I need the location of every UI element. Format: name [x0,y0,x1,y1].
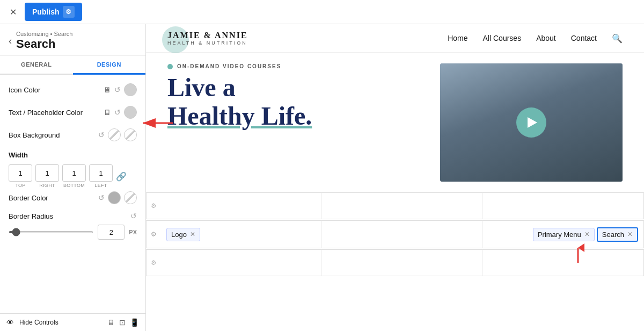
nav-search-icon[interactable]: 🔍 [612,33,623,44]
builder-row3-cell3 [483,250,643,276]
logo-tag[interactable]: Logo ✕ [166,228,200,241]
top-bar: ✕ Publish ⚙ [0,0,644,24]
icon-color-label: Icon Color [9,86,99,94]
hero-image [440,63,623,182]
nav-link-contact[interactable]: Contact [571,34,597,42]
close-button[interactable]: ✕ [5,4,20,19]
publish-gear-icon[interactable]: ⚙ [63,6,75,18]
back-arrow-icon[interactable]: ‹ [9,35,12,47]
on-demand-label: ON-DEMAND VIDEO COURSES [167,63,429,69]
border-color-swatch-2[interactable] [124,191,137,204]
icon-color-swatch[interactable] [124,83,137,96]
builder-row3-cell2 [322,250,483,276]
hero-text: ON-DEMAND VIDEO COURSES Live a Healthy L… [167,63,429,131]
mobile-icon[interactable]: 📱 [130,318,139,327]
header-builder-row: ⚙ Logo ✕ Primary Menu ✕ [146,220,644,248]
builder-section: ⚙ ⚙ Logo ✕ [146,192,644,331]
text-color-swatch[interactable] [124,106,137,119]
border-color-label: Border Color [9,194,94,202]
width-top-input[interactable] [9,164,32,182]
builder-row3-cells [161,250,643,276]
text-placeholder-color-row: Text / Placeholder Color 🖥 ↺ [9,106,137,119]
text-color-controls: 🖥 ↺ [104,106,137,119]
reset-icon-2[interactable]: ↺ [114,108,121,117]
desktop-icon[interactable]: 🖥 [107,318,115,327]
box-bg-controls: ↺ [98,128,137,141]
reset-icon-4[interactable]: ↺ [98,193,105,202]
border-radius-label: Border Radius [9,212,126,220]
builder-row3-cell1 [161,250,322,276]
tabs: GENERAL DESIGN [0,56,145,75]
screen-icon: 🖥 [104,85,111,94]
header-gear-icon[interactable]: ⚙ [147,231,161,238]
eye-icon[interactable]: 👁 [6,318,14,327]
border-radius-input[interactable] [98,225,125,240]
builder-row3-gear-icon[interactable]: ⚙ [147,259,161,267]
header-cell-nav: Primary Menu ✕ Search ✕ [483,221,643,248]
search-tag[interactable]: Search ✕ [597,227,638,242]
tablet-icon[interactable]: ⊡ [119,318,126,327]
width-left-input[interactable] [89,164,113,182]
search-tag-label: Search [602,231,624,239]
width-bottom-input[interactable] [62,164,86,182]
nav-links: Home All Courses About Contact 🔍 [448,33,623,44]
link-icon[interactable]: 🔗 [116,171,127,182]
builder-row1-cell1 [161,193,322,219]
border-radius-reset-icon[interactable]: ↺ [130,212,137,220]
publish-button[interactable]: Publish ⚙ [25,3,82,21]
site-logo-sub: HEALTH & NUTRITION [167,40,248,46]
builder-row-3: ⚙ [146,249,644,276]
primary-menu-tag[interactable]: Primary Menu ✕ [533,228,595,241]
left-panel-bottom: 👁 Hide Controls 🖥 ⊡ 📱 [0,313,145,331]
logo-tag-label: Logo [171,231,187,239]
website-preview: JAMIE & ANNIE HEALTH & NUTRITION Home Al… [146,24,644,331]
tab-design[interactable]: DESIGN [73,56,146,75]
nav-link-home[interactable]: Home [448,34,467,42]
tab-general[interactable]: GENERAL [0,56,73,75]
primary-menu-label: Primary Menu [538,231,581,239]
border-color-swatch-1[interactable] [108,191,121,204]
publish-label: Publish [32,8,60,16]
primary-menu-close-icon[interactable]: ✕ [584,231,590,238]
width-right-group: RIGHT [35,164,59,188]
settings-area: Icon Color 🖥 ↺ Text / Placeholder Color … [0,75,145,313]
site-logo-area: JAMIE & ANNIE HEALTH & NUTRITION [167,31,248,46]
width-right-input[interactable] [35,164,59,182]
box-background-label: Box Background [9,131,94,139]
icon-color-controls: 🖥 ↺ [104,83,137,96]
play-triangle-icon [528,117,537,128]
green-dot [167,64,173,69]
site-nav: JAMIE & ANNIE HEALTH & NUTRITION Home Al… [146,24,644,53]
width-top-group: TOP [9,164,32,188]
nav-link-about[interactable]: About [536,34,556,42]
left-panel: ‹ Customizing • Search Search GENERAL DE… [0,24,146,331]
screen-icon-2: 🖥 [104,108,111,117]
border-radius-row: Border Radius ↺ [9,212,137,220]
width-top-label: TOP [15,183,25,188]
border-color-row: Border Color ↺ [9,191,137,204]
width-inputs: TOP RIGHT BOTTOM LEFT 🔗 [9,164,137,188]
builder-row1-cell3 [483,193,643,219]
logo-tag-close-icon[interactable]: ✕ [190,231,195,238]
icon-color-row: Icon Color 🖥 ↺ [9,83,137,96]
right-panel: JAMIE & ANNIE HEALTH & NUTRITION Home Al… [146,24,644,331]
builder-row1-gear-icon[interactable]: ⚙ [147,202,161,210]
reset-icon-3[interactable]: ↺ [98,131,105,139]
box-bg-swatch-1[interactable] [108,128,121,141]
builder-row-1: ⚙ [146,192,644,219]
border-radius-slider[interactable] [9,231,93,233]
breadcrumb-text: Customizing • Search [16,31,72,37]
width-left-label: LEFT [94,183,107,188]
slider-row: PX [9,225,137,240]
hero-section: ON-DEMAND VIDEO COURSES Live a Healthy L… [146,53,644,192]
site-logo-main: JAMIE & ANNIE [167,31,248,40]
reset-icon[interactable]: ↺ [114,85,121,94]
header-cells: Logo ✕ Primary Menu ✕ Search [161,221,643,248]
play-button[interactable] [516,107,546,138]
nav-link-all-courses[interactable]: All Courses [483,34,522,42]
panel-title: Search [16,37,72,51]
box-bg-swatch-2[interactable] [124,128,137,141]
search-tag-close-icon[interactable]: ✕ [627,231,633,238]
main-layout: ‹ Customizing • Search Search GENERAL DE… [0,24,644,331]
hide-controls-label: Hide Controls [19,319,58,326]
